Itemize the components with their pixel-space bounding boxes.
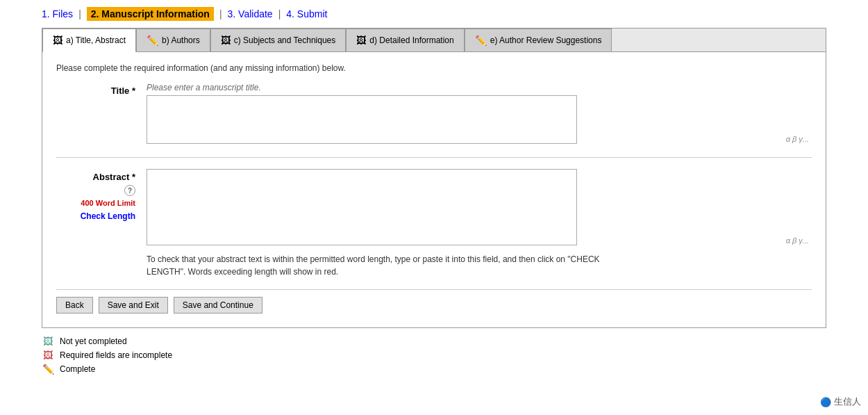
abstract-field-content: α β γ... To check that your abstract tex… [147,169,812,278]
watermark: 🔵 生信人 [820,396,861,408]
title-required-marker: * [132,86,135,96]
legend-incomplete: 🖼 Required fields are incomplete [42,350,826,360]
tab-review-icon: ✏️ [475,35,487,46]
legend-not-completed: 🖼 Not yet completed [42,336,826,346]
section-divider [56,157,812,158]
title-special-chars[interactable]: α β γ... [786,135,809,143]
complete-icon: ✏️ [42,364,54,374]
save-exit-button[interactable]: Save and Exit [99,297,168,314]
manuscript-form: 🖼 a) Title, Abstract ✏️ b) Authors 🖼 c) … [42,28,826,328]
not-completed-icon: 🖼 [42,336,54,346]
nav-step-4[interactable]: 4. Submit [286,8,327,19]
nav-step-1[interactable]: 1. Files [42,8,73,19]
abstract-required-marker: * [132,172,135,182]
tab-subjects[interactable]: 🖼 c) Subjects and Techniques [210,29,347,51]
watermark-text: 生信人 [834,396,861,408]
back-button[interactable]: Back [56,297,93,314]
tab-authors-label: b) Authors [162,35,200,45]
tab-title-abstract-icon: 🖼 [53,35,62,46]
abstract-label: Abstract * ? 400 Word Limit Check Length [56,169,147,221]
abstract-input[interactable] [147,169,577,245]
title-placeholder-text: Please enter a manuscript title. [147,83,812,92]
tab-detailed-label: d) Detailed Information [369,35,453,45]
top-navigation: 1. Files | 2. Manuscript Information | 3… [0,0,868,28]
tab-review[interactable]: ✏️ e) Author Review Suggestions [465,29,612,51]
nav-sep-1: | [78,8,81,19]
title-input[interactable] [147,95,577,144]
tab-detailed[interactable]: 🖼 d) Detailed Information [346,29,464,51]
tab-subjects-label: c) Subjects and Techniques [234,35,336,45]
complete-label: Complete [60,364,95,374]
check-length-link[interactable]: Check Length [81,211,135,221]
incomplete-label: Required fields are incomplete [60,350,172,360]
tab-authors-icon: ✏️ [147,35,158,46]
abstract-special-chars[interactable]: α β γ... [786,236,809,245]
save-continue-button[interactable]: Save and Continue [174,297,262,314]
form-body: Please complete the required information… [42,52,826,327]
nav-step-2[interactable]: 2. Manuscript Information [87,7,214,21]
tab-title-abstract-label: a) Title, Abstract [66,35,126,45]
tab-title-abstract[interactable]: 🖼 a) Title, Abstract [42,29,136,52]
abstract-instruction: To check that your abstract text is with… [147,253,619,278]
not-completed-label: Not yet completed [60,336,127,346]
legend-complete: ✏️ Complete [42,364,826,374]
title-field-row: Title * Please enter a manuscript title.… [56,83,812,146]
nav-sep-2: | [219,8,222,19]
form-instruction: Please complete the required information… [56,63,812,73]
watermark-icon: 🔵 [820,397,831,407]
abstract-textarea-wrapper: α β γ... [147,169,812,247]
nav-step-3[interactable]: 3. Validate [228,8,273,19]
abstract-help-icon[interactable]: ? [124,185,135,196]
abstract-field-row: Abstract * ? 400 Word Limit Check Length… [56,169,812,278]
tab-detailed-icon: 🖼 [356,35,366,46]
title-field-content: Please enter a manuscript title. α β γ..… [147,83,812,146]
title-textarea-wrapper: α β γ... [147,95,812,146]
form-footer: Back Save and Exit Save and Continue [56,289,812,316]
tab-subjects-icon: 🖼 [221,35,231,46]
incomplete-icon: 🖼 [42,350,54,360]
tab-bar: 🖼 a) Title, Abstract ✏️ b) Authors 🖼 c) … [42,29,826,52]
tab-authors[interactable]: ✏️ b) Authors [136,29,210,51]
title-label: Title * [56,83,147,96]
abstract-word-limit: 400 Word Limit [81,199,135,207]
nav-sep-3: | [278,8,281,19]
tab-review-label: e) Author Review Suggestions [490,35,602,45]
legend: 🖼 Not yet completed 🖼 Required fields ar… [42,336,826,374]
